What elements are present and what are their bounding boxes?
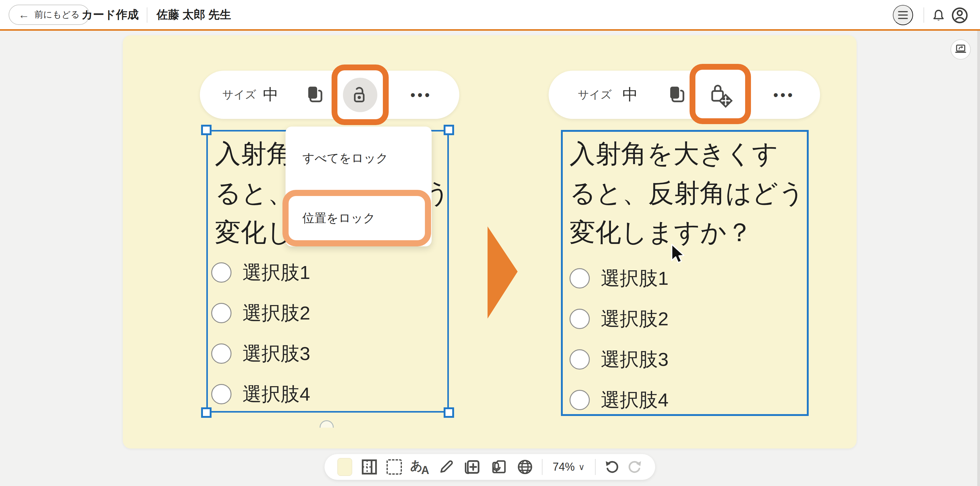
mouse-cursor bbox=[669, 243, 688, 265]
hamburger-menu-button[interactable] bbox=[893, 5, 913, 25]
unlock-icon bbox=[351, 85, 370, 104]
page-title: カード作成 bbox=[81, 0, 139, 29]
back-arrow-icon: ← bbox=[18, 9, 29, 20]
duplicate-icon bbox=[667, 85, 686, 104]
lock-button-highlight bbox=[332, 65, 389, 125]
bell-icon bbox=[931, 8, 946, 22]
more-options-button[interactable]: ••• bbox=[399, 71, 441, 119]
marquee-select-button[interactable] bbox=[387, 459, 402, 475]
teacher-name: 佐藤 太郎 先生 bbox=[157, 0, 231, 29]
undo-button[interactable] bbox=[604, 459, 619, 475]
rotate-handle[interactable] bbox=[320, 420, 336, 428]
lock-move-icon bbox=[706, 80, 734, 108]
scrollbar[interactable] bbox=[977, 29, 980, 486]
duplicate-icon bbox=[305, 85, 325, 104]
object-toolbar-right: サイズ 中 ••• bbox=[549, 71, 820, 119]
notification-bell-button[interactable] bbox=[931, 8, 946, 22]
redo-button[interactable] bbox=[628, 459, 643, 475]
resize-handle-bottom-right[interactable] bbox=[444, 407, 454, 418]
add-card-icon bbox=[463, 458, 481, 476]
camera-record-button[interactable] bbox=[489, 457, 508, 476]
present-screen-button[interactable] bbox=[951, 39, 971, 60]
lock-position-highlight: 位置をロック bbox=[282, 190, 431, 246]
more-options-button[interactable]: ••• bbox=[761, 71, 804, 119]
chevron-down-icon: ∨ bbox=[578, 462, 585, 472]
object-toolbar-left: サイズ 中 ••• bbox=[200, 71, 459, 119]
camera-mic-icon bbox=[489, 457, 508, 476]
screen-share-icon bbox=[955, 43, 967, 56]
text-tool-icon: あA bbox=[410, 458, 429, 476]
position-lock-button[interactable] bbox=[706, 80, 734, 108]
layout-grid-icon bbox=[360, 458, 378, 476]
position-locked-text-box[interactable] bbox=[561, 130, 809, 416]
zoom-level-value: 74% bbox=[553, 461, 575, 473]
pencil-icon bbox=[438, 458, 455, 476]
duplicate-button[interactable] bbox=[667, 85, 686, 104]
web-embed-button[interactable] bbox=[516, 458, 534, 476]
layout-grid-button[interactable] bbox=[360, 458, 378, 476]
back-button-label: 前にもどる bbox=[34, 9, 80, 21]
marquee-select-icon bbox=[387, 459, 402, 475]
resize-handle-top-right[interactable] bbox=[444, 125, 454, 135]
toolbar-divider bbox=[595, 459, 596, 475]
pen-tool-button[interactable] bbox=[438, 458, 455, 476]
toolbar-divider bbox=[542, 459, 542, 475]
globe-icon bbox=[516, 458, 534, 476]
size-value-button[interactable]: 中 bbox=[622, 71, 638, 119]
lock-move-button-highlight bbox=[690, 64, 751, 124]
size-label: サイズ bbox=[578, 71, 612, 119]
resize-handle-bottom-left[interactable] bbox=[201, 407, 212, 418]
header-divider bbox=[147, 7, 147, 23]
account-icon bbox=[951, 7, 968, 24]
canvas-toolbar: あA bbox=[325, 454, 655, 480]
text-tool-button[interactable]: あA bbox=[410, 458, 429, 476]
undo-icon bbox=[604, 459, 619, 475]
menu-item-lock-all[interactable]: すべてをロック bbox=[302, 127, 388, 190]
app-window: ← 前にもどる カード作成 佐藤 太郎 先生 bbox=[0, 0, 980, 486]
account-button[interactable] bbox=[951, 7, 968, 24]
size-label: サイズ bbox=[222, 71, 256, 119]
back-button[interactable]: ← 前にもどる bbox=[9, 5, 90, 25]
duplicate-button[interactable] bbox=[305, 85, 325, 104]
app-header: ← 前にもどる カード作成 佐藤 太郎 先生 bbox=[0, 0, 980, 31]
add-card-button[interactable] bbox=[463, 458, 481, 476]
color-swatch-icon bbox=[337, 458, 352, 476]
lock-dropdown-menu: すべてをロック 位置をロック bbox=[286, 127, 432, 246]
lock-button[interactable] bbox=[343, 78, 377, 112]
menu-item-lock-position[interactable]: 位置をロック bbox=[289, 210, 375, 226]
header-divider-right bbox=[924, 7, 924, 23]
redo-icon bbox=[628, 459, 643, 475]
zoom-level-dropdown[interactable]: 74% ∨ bbox=[551, 461, 587, 473]
resize-handle-top-left[interactable] bbox=[201, 125, 212, 135]
background-color-button[interactable] bbox=[337, 458, 352, 476]
size-value-button[interactable]: 中 bbox=[263, 71, 278, 119]
